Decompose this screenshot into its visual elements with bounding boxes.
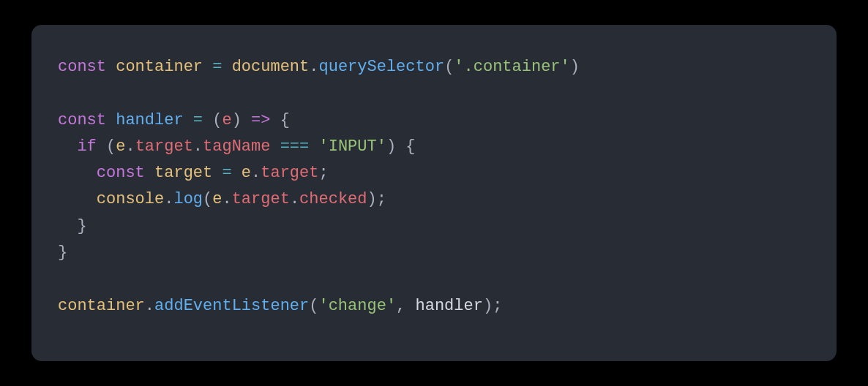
code-line-10: container.addEventListener('change', han… <box>58 293 810 319</box>
code-line-1: const container = document.querySelector… <box>58 54 810 80</box>
code-line-4: if (e.target.tagName === 'INPUT') { <box>58 134 810 160</box>
code-line-3: const handler = (e) => { <box>58 107 810 134</box>
code-line-7: } <box>58 213 810 240</box>
code-line-2 <box>58 80 810 107</box>
code-snippet: const container = document.querySelector… <box>31 25 837 361</box>
code-line-9 <box>58 266 810 292</box>
code-line-5: const target = e.target; <box>58 160 810 186</box>
code-line-8: } <box>58 240 810 266</box>
code-line-6: console.log(e.target.checked); <box>58 186 810 213</box>
